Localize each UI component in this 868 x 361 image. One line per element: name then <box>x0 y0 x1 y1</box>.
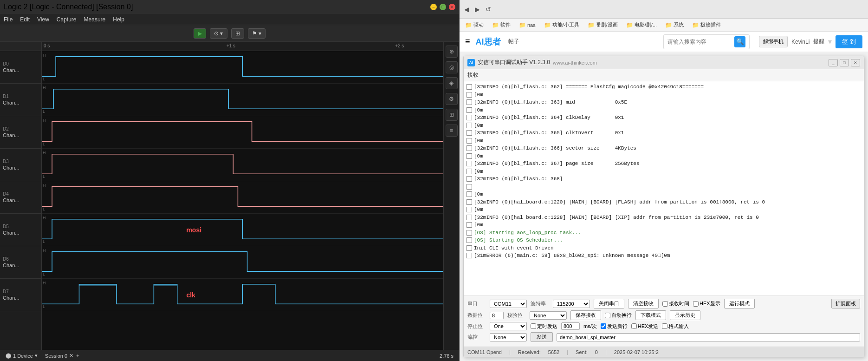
maximize-button[interactable]: □ <box>440 4 446 10</box>
zoom-tool-button[interactable]: ⊕ <box>446 46 458 58</box>
send-button[interactable]: 发送 <box>531 332 553 342</box>
port-select[interactable]: COM11 <box>490 300 527 308</box>
serial-checkbox[interactable] <box>466 138 472 144</box>
hex-show-label[interactable]: HEX显示 <box>693 300 720 307</box>
menu-help[interactable]: Help <box>113 16 124 23</box>
bookmark-nas[interactable]: 📁 nas <box>516 21 538 29</box>
data-input[interactable] <box>490 312 504 319</box>
stop-select[interactable]: One <box>490 322 527 330</box>
bookmark-plugin[interactable]: 📁 极簇插件 <box>689 20 724 29</box>
serial-checkbox[interactable] <box>466 145 472 151</box>
serial-checkbox[interactable] <box>466 161 472 166</box>
serial-checkbox[interactable] <box>466 245 472 251</box>
session-close-icon[interactable]: ✕ <box>69 353 73 359</box>
serial-checkbox[interactable] <box>466 123 472 128</box>
channel-label-d7[interactable]: D7 Chan... <box>0 279 41 311</box>
sign-button[interactable]: 签 到 <box>836 35 862 48</box>
forum-search-input[interactable] <box>667 39 732 45</box>
channel-label-d6[interactable]: D6 Chan... <box>0 246 41 279</box>
bookmark-software[interactable]: 📁 软件 <box>489 20 513 29</box>
grid-tool-button[interactable]: ⊞ <box>446 109 458 121</box>
bookmark-anime[interactable]: 📁 番剧/漫画 <box>585 20 621 29</box>
recv-time-checkbox[interactable] <box>662 301 668 307</box>
menu-edit[interactable]: Edit <box>20 16 30 23</box>
trigger-button[interactable]: ⚑ ▾ <box>248 28 266 39</box>
serial-checkbox[interactable] <box>466 84 472 90</box>
menu-file[interactable]: File <box>4 16 13 23</box>
add-button[interactable]: ⊞ <box>231 28 244 39</box>
serial-checkbox[interactable] <box>466 169 472 174</box>
bookmark-movies[interactable]: 📁 电影/剧/... <box>623 20 660 29</box>
serial-checkbox[interactable] <box>466 215 472 220</box>
measure-tool-button[interactable]: ◎ <box>446 61 458 73</box>
format-input-label[interactable]: 格式输入 <box>662 323 689 330</box>
add-session-icon[interactable]: ＋ <box>75 352 80 359</box>
serial-close-button[interactable]: ✕ <box>851 59 860 66</box>
serial-checkbox[interactable] <box>466 115 472 120</box>
serial-checkbox[interactable] <box>466 107 472 113</box>
recv-time-label[interactable]: 接收时间 <box>662 300 689 307</box>
run-mode-button[interactable]: 运行模式 <box>724 299 755 308</box>
send-new-label[interactable]: 发送新行 <box>601 323 628 330</box>
channel-label-d4[interactable]: D4 Chan... <box>0 181 41 214</box>
close-port-button[interactable]: 关闭串口 <box>594 299 624 308</box>
channel-label-d1[interactable]: D1 Chan... <box>0 84 41 116</box>
baud-select[interactable]: 115200 <box>553 300 590 308</box>
interval-input[interactable] <box>561 322 580 330</box>
serial-output[interactable]: [32mINFO (0)[bl_flash.c: 362] ======= Fl… <box>464 81 864 295</box>
settings-tool-button[interactable]: ⚙ <box>446 93 458 105</box>
back-button[interactable]: ◀ <box>462 5 471 14</box>
serial-minimize-button[interactable]: _ <box>829 59 838 66</box>
download-mode-button[interactable]: 下载模式 <box>635 310 666 320</box>
bookmark-drive[interactable]: 📁 驱动 <box>462 20 486 29</box>
show-history-button[interactable]: 显示历史 <box>670 310 700 320</box>
bookmark-tools[interactable]: 📁 功能/小工具 <box>541 20 582 29</box>
expand-button[interactable]: 扩展面板 <box>831 299 860 308</box>
auto-checkbox[interactable] <box>605 313 610 318</box>
check-select[interactable]: None <box>530 311 567 320</box>
flow-select[interactable]: None <box>490 333 527 341</box>
hex-send-checkbox[interactable] <box>631 323 637 329</box>
channel-label-d3[interactable]: D3 Chan... <box>0 149 41 181</box>
channel-label-d2[interactable]: D2 Chan... <box>0 116 41 149</box>
serial-checkbox[interactable] <box>466 237 472 243</box>
serial-checkbox[interactable] <box>466 207 472 212</box>
timed-send-label[interactable]: 定时发送 <box>531 323 557 330</box>
serial-checkbox[interactable] <box>466 199 472 205</box>
serial-checkbox[interactable] <box>466 191 472 197</box>
serial-checkbox[interactable] <box>466 92 472 98</box>
serial-checkbox[interactable] <box>466 176 472 182</box>
forward-button[interactable]: ▶ <box>473 5 482 14</box>
hex-show-checkbox[interactable] <box>693 301 699 307</box>
channel-label-d0[interactable]: D0 Chan... <box>0 51 41 84</box>
forum-menu-icon[interactable]: ≡ <box>465 37 470 46</box>
reminder-label[interactable]: 提醒 <box>813 38 824 46</box>
channel-label-d5[interactable]: D5 Chan... <box>0 214 41 246</box>
session-status[interactable]: Session 0 ✕ ＋ <box>45 352 80 359</box>
serial-checkbox[interactable] <box>466 253 472 258</box>
serial-checkbox[interactable] <box>466 153 472 159</box>
minimize-button[interactable]: – <box>430 4 437 10</box>
device-status[interactable]: ⬤ 1 Device ▾ <box>6 353 38 359</box>
serial-checkbox[interactable] <box>466 222 472 228</box>
forum-section[interactable]: 帖子 <box>506 37 521 46</box>
menu-capture[interactable]: Capture <box>57 16 77 23</box>
menu-measure[interactable]: Measure <box>84 16 106 23</box>
menu-view[interactable]: View <box>37 16 49 23</box>
options-button[interactable]: ⊙ ▾ <box>210 28 227 39</box>
marker-tool-button[interactable]: ◈ <box>446 77 458 89</box>
serial-checkbox[interactable] <box>466 130 472 136</box>
serial-checkbox[interactable] <box>466 99 472 105</box>
unbind-phone-button[interactable]: 解绑手机 <box>759 36 788 47</box>
refresh-button[interactable]: ↺ <box>484 5 493 14</box>
forum-search-button[interactable]: 🔍 <box>734 36 745 47</box>
close-button[interactable]: × <box>449 4 455 10</box>
hex-send-label[interactable]: HEX发送 <box>631 323 659 330</box>
timed-send-checkbox[interactable] <box>531 323 536 329</box>
list-tool-button[interactable]: ≡ <box>446 125 458 137</box>
waveform-area[interactable]: 0 s +1 s +2 s H L H L <box>42 42 443 350</box>
send-new-checkbox[interactable] <box>601 323 606 329</box>
save-recv-button[interactable]: 保存接收 <box>570 310 601 320</box>
serial-maximize-button[interactable]: □ <box>840 59 849 66</box>
serial-checkbox[interactable] <box>466 230 472 236</box>
